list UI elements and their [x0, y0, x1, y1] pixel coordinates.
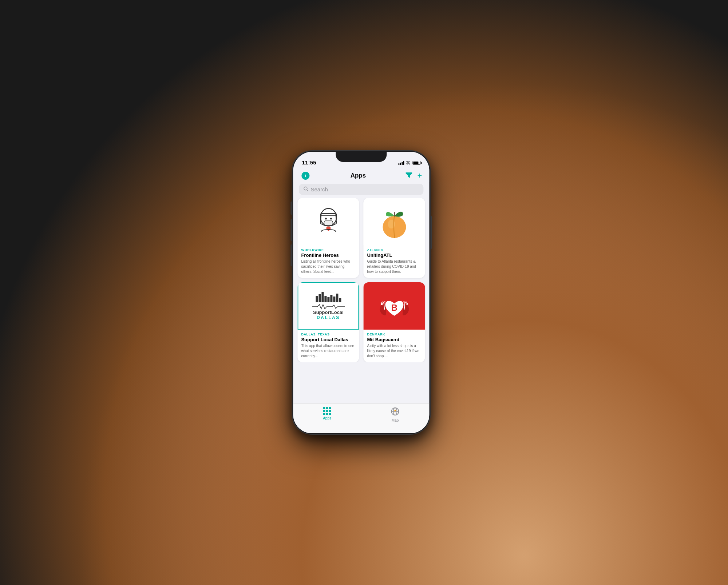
svg-rect-6: [324, 221, 333, 225]
phone-notch: [336, 152, 387, 162]
support-text: SupportLocal: [313, 310, 344, 315]
phone-device-wrapper: 11:55 ⌘: [292, 151, 430, 434]
apps-tab-icon: [323, 407, 331, 415]
app-region-mit-bag: DENMARK: [367, 333, 421, 336]
mit-bag-svg: B: [378, 290, 411, 322]
info-button[interactable]: i: [300, 171, 310, 181]
signal-icon: [398, 161, 404, 165]
app-region-support-local: DALLAS, TEXAS: [301, 333, 355, 336]
screen-content: i Apps +: [293, 168, 429, 433]
app-name-support-local: Support Local Dallas: [301, 337, 355, 342]
app-card-uniting-atl[interactable]: ATLANTA UnitingATL Guide to Atlanta rest…: [363, 198, 425, 278]
heartbeat-icon: [312, 304, 345, 310]
svg-text:B: B: [391, 303, 397, 313]
tab-bar: Apps: [293, 403, 429, 433]
app-name-mit-bag: Mit Bagsvaerd: [367, 337, 421, 342]
app-region-frontline: WORLDWIDE: [301, 248, 355, 252]
svg-point-8: [330, 218, 332, 220]
wifi-icon: ⌘: [406, 160, 411, 166]
svg-point-7: [325, 218, 327, 220]
nav-title: Apps: [351, 172, 366, 179]
dallas-text: DALLAS: [317, 315, 340, 320]
uniting-atl-svg: [378, 204, 411, 239]
search-bar[interactable]: Search: [299, 184, 423, 195]
search-placeholder: Search: [310, 186, 328, 192]
apps-tab-label: Apps: [323, 416, 331, 420]
app-icon-support-local: SupportLocal DALLAS: [297, 282, 359, 330]
status-time: 11:55: [302, 159, 316, 166]
skyline-icon: [316, 292, 341, 302]
phone-screen: 11:55 ⌘: [293, 152, 429, 433]
info-icon: i: [301, 172, 309, 180]
battery-icon: [412, 161, 420, 165]
svg-rect-3: [320, 214, 336, 216]
app-desc-mit-bag: A city with a lot less shops is a likely…: [367, 343, 421, 359]
app-card-info-mit-bag: DENMARK Mit Bagsvaerd A city with a lot …: [363, 330, 425, 362]
svg-point-16: [395, 410, 396, 411]
app-desc-frontline: Listing all frontline heroes who sacrifi…: [301, 259, 355, 274]
app-icon-uniting: [363, 198, 425, 245]
app-icon-mit-bag: B: [363, 282, 425, 330]
app-card-info-support-local: DALLAS, TEXAS Support Local Dallas This …: [297, 330, 359, 362]
search-icon: [303, 186, 308, 192]
app-card-info-frontline: WORLDWIDE Frontline Heroes Listing all f…: [297, 245, 359, 278]
tab-map[interactable]: Map: [391, 407, 400, 422]
filter-icon: [406, 172, 412, 178]
app-region-uniting: ATLANTA: [367, 248, 421, 252]
nav-actions: +: [406, 172, 422, 180]
scene: 11:55 ⌘: [0, 0, 728, 585]
apps-grid: WORLDWIDE Frontline Heroes Listing all f…: [293, 198, 429, 362]
app-name-frontline: Frontline Heroes: [301, 252, 355, 258]
phone-device: 11:55 ⌘: [292, 151, 430, 434]
app-desc-uniting: Guide to Atlanta restaurants & retailers…: [367, 259, 421, 274]
app-name-uniting: UnitingATL: [367, 252, 421, 258]
status-icons: ⌘: [398, 160, 421, 166]
add-button[interactable]: +: [418, 172, 422, 180]
nav-bar: i Apps +: [293, 168, 429, 182]
map-tab-icon: [391, 407, 400, 417]
tab-apps[interactable]: Apps: [323, 407, 331, 420]
app-card-frontline-heroes[interactable]: WORLDWIDE Frontline Heroes Listing all f…: [297, 198, 359, 278]
svg-line-1: [307, 190, 308, 191]
app-icon-frontline: [297, 198, 359, 245]
filter-button[interactable]: [406, 172, 412, 179]
app-card-info-uniting: ATLANTA UnitingATL Guide to Atlanta rest…: [363, 245, 425, 278]
app-card-support-local[interactable]: SupportLocal DALLAS DALLAS, TEXAS Suppor…: [297, 282, 359, 362]
app-desc-support-local: This app that allows users to see what s…: [301, 343, 355, 359]
map-tab-label: Map: [392, 418, 399, 422]
app-card-mit-bag[interactable]: B DENMARK: [363, 282, 425, 362]
frontline-heroes-svg: [310, 203, 347, 240]
